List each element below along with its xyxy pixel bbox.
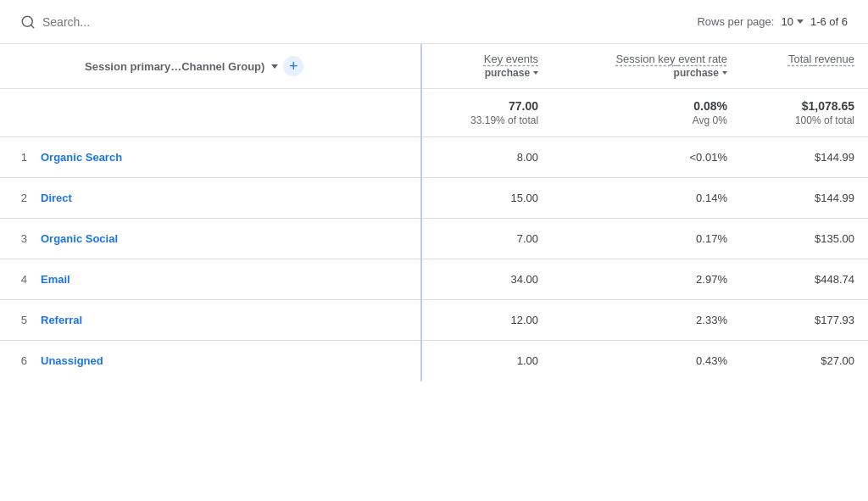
row-label[interactable]: Email — [34, 259, 421, 300]
table-row: 4 Email 34.00 2.97% $448.74 — [0, 259, 868, 300]
add-dimension-button[interactable]: + — [283, 56, 303, 76]
row-revenue: $144.99 — [741, 137, 868, 178]
summary-row: 77.00 33.19% of total 0.08% Avg 0% $1,07… — [0, 89, 868, 137]
row-key-events: 34.00 — [421, 259, 552, 300]
rows-chevron-icon — [797, 19, 804, 24]
search-input[interactable] — [42, 15, 212, 29]
session-key-sub-label: purchase — [674, 67, 719, 79]
summary-session-key-value: 0.08% — [565, 99, 727, 113]
table-row: 3 Organic Social 7.00 0.17% $135.00 — [0, 219, 868, 259]
row-num: 6 — [0, 341, 34, 381]
table-header-row: Session primary…Channel Group) + Key eve… — [0, 44, 868, 89]
row-session-key: 0.14% — [552, 178, 741, 219]
th-total-revenue: Total revenue — [741, 44, 868, 89]
revenue-header-label: Total revenue — [754, 53, 854, 65]
session-key-header-label1: Session key event rate — [565, 53, 727, 65]
th-session-key-event-rate: Session key event rate purchase — [552, 44, 741, 89]
row-key-events: 7.00 — [421, 219, 552, 259]
search-area — [20, 14, 212, 30]
row-revenue: $448.74 — [741, 259, 868, 300]
th-dimension: Session primary…Channel Group) + — [34, 44, 421, 89]
summary-key-events: 77.00 33.19% of total — [421, 89, 552, 137]
row-session-key: <0.01% — [552, 137, 741, 178]
row-key-events: 8.00 — [421, 137, 552, 178]
row-num: 1 — [0, 137, 34, 178]
summary-key-events-value: 77.00 — [436, 99, 538, 113]
summary-revenue-sub: 100% of total — [754, 114, 854, 126]
row-revenue: $144.99 — [741, 178, 868, 219]
row-num: 2 — [0, 178, 34, 219]
pagination-area: Rows per page: 10 1-6 of 6 — [697, 15, 848, 28]
session-key-dropdown-icon[interactable] — [722, 71, 727, 75]
summary-dim — [34, 89, 421, 137]
row-num: 5 — [0, 300, 34, 341]
page-range: 1-6 of 6 — [810, 15, 848, 28]
table-row: 6 Unassigned 1.00 0.43% $27.00 — [0, 341, 868, 381]
row-label[interactable]: Unassigned — [34, 341, 421, 381]
summary-key-events-sub: 33.19% of total — [436, 114, 538, 126]
row-key-events: 12.00 — [421, 300, 552, 341]
dimension-label: Session primary…Channel Group) — [85, 60, 264, 73]
row-key-events: 15.00 — [421, 178, 552, 219]
row-num: 3 — [0, 219, 34, 259]
table-row: 1 Organic Search 8.00 <0.01% $144.99 — [0, 137, 868, 178]
summary-revenue-value: $1,078.65 — [754, 99, 854, 113]
table-row: 5 Referral 12.00 2.33% $177.93 — [0, 300, 868, 341]
th-num — [0, 44, 34, 89]
summary-num — [0, 89, 34, 137]
row-label[interactable]: Organic Social — [34, 219, 421, 259]
row-label[interactable]: Direct — [34, 178, 421, 219]
th-key-events: Key events purchase — [421, 44, 552, 89]
rows-per-page-value: 10 — [781, 15, 793, 28]
key-events-header-label: Key events — [436, 53, 538, 65]
rows-per-page-select[interactable]: 10 — [781, 15, 803, 28]
row-revenue: $135.00 — [741, 219, 868, 259]
row-revenue: $27.00 — [741, 341, 868, 381]
row-key-events: 1.00 — [421, 341, 552, 381]
search-icon — [20, 14, 36, 30]
dimension-dropdown-icon[interactable] — [271, 64, 278, 69]
row-label[interactable]: Referral — [34, 300, 421, 341]
toolbar: Rows per page: 10 1-6 of 6 — [0, 0, 868, 44]
summary-session-key: 0.08% Avg 0% — [552, 89, 741, 137]
row-session-key: 0.43% — [552, 341, 741, 381]
key-events-sub-label: purchase — [485, 67, 530, 79]
row-revenue: $177.93 — [741, 300, 868, 341]
svg-line-1 — [31, 25, 33, 27]
table-row: 2 Direct 15.00 0.14% $144.99 — [0, 178, 868, 219]
row-session-key: 0.17% — [552, 219, 741, 259]
row-label[interactable]: Organic Search — [34, 137, 421, 178]
row-session-key: 2.97% — [552, 259, 741, 300]
key-events-dropdown-icon[interactable] — [533, 71, 538, 75]
rows-per-page-label: Rows per page: — [697, 15, 774, 28]
data-table: Session primary…Channel Group) + Key eve… — [0, 44, 868, 381]
summary-revenue: $1,078.65 100% of total — [741, 89, 868, 137]
summary-session-key-sub: Avg 0% — [565, 114, 727, 126]
row-session-key: 2.33% — [552, 300, 741, 341]
row-num: 4 — [0, 259, 34, 300]
